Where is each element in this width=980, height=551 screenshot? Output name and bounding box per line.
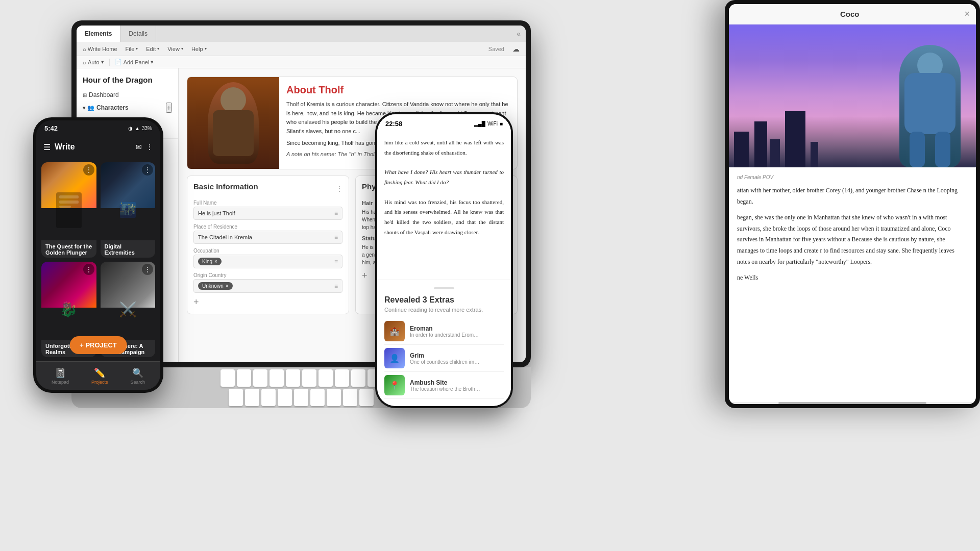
reading-content: him like a cold sweat, until all he was … (377, 133, 511, 280)
add-project-button[interactable]: + PROJECT (69, 336, 127, 354)
ebook-text-2: began, she was the only one in Manhattan… (737, 212, 968, 267)
mail-icon[interactable]: ✉ (136, 143, 142, 151)
project-menu-btn-2[interactable]: ⋮ (142, 164, 153, 176)
key-i (335, 369, 349, 387)
basic-info-menu-icon[interactable]: ⋮ (336, 185, 342, 192)
project-menu-btn-4[interactable]: ⋮ (142, 264, 153, 275)
notepad-icon: 📓 (55, 367, 66, 379)
hamburger-menu-icon[interactable]: ☰ (43, 142, 51, 152)
residence-label: Place of Residence (193, 224, 342, 230)
residence-field[interactable]: The Citadel in Kremia ≡ (193, 231, 342, 244)
project-menu-btn-3[interactable]: ⋮ (83, 264, 94, 275)
grim-name: Grim (410, 352, 504, 359)
project-card-digital-extremities[interactable]: 🌃 ⋮ Digital Extremities (101, 162, 156, 258)
eroman-name: Eroman (410, 325, 504, 332)
toolbar-edit[interactable]: Edit ▾ (146, 46, 159, 52)
grim-info: Grim One of countless children impacted … (410, 352, 504, 365)
toolbar-home[interactable]: ⌂ Write Home (83, 46, 117, 52)
tablet-right-device: Coco × nd Female POV attan with her (725, 0, 980, 408)
eroman-icon: 🏰 (384, 321, 405, 341)
grim-icon: 👤 (384, 348, 405, 368)
toolbar-add-panel[interactable]: 📄 Add Panel ▾ (115, 59, 154, 65)
phone-left-device: 5:42 ◑ ▲ 33% ☰ Write ✉ ⋮ (33, 117, 163, 393)
ambush-thumbnail: 📍 (384, 375, 405, 395)
add-character-button[interactable]: + (166, 103, 172, 113)
ebook-close-button[interactable]: × (964, 9, 970, 19)
eroman-info: Eroman In order to understand Eroman, on… (410, 325, 504, 338)
phone-right-screen: 22:58 ▂▄█ WiFi ■ him like a cold sweat, … (377, 114, 511, 406)
tab-notepad[interactable]: 📓 Notepad (52, 367, 69, 385)
key-y (302, 369, 316, 387)
extra-item-eroman[interactable]: 🏰 Eroman In order to understand Eroman, … (384, 318, 504, 345)
tab-details[interactable]: Details (120, 26, 156, 42)
full-name-field[interactable]: He is just Tholf ≡ (193, 207, 342, 220)
tab-search[interactable]: 🔍 Search (130, 367, 145, 385)
phone-header-icons: ✉ ⋮ (136, 143, 153, 151)
phone-left-screen: 5:42 ◑ ▲ 33% ☰ Write ✉ ⋮ (36, 120, 160, 390)
toolbar-auto[interactable]: ⌕ Auto ▾ (83, 59, 104, 65)
add-physical-button[interactable]: + (362, 270, 368, 281)
sidebar-characters-header[interactable]: ▾ 👥 Characters + (77, 101, 178, 115)
grid-icon: ⊞ (83, 92, 87, 98)
origin-remove-btn[interactable]: × (226, 283, 229, 289)
phone-wifi-icon: ▲ (135, 126, 140, 131)
phone-battery-icon: 33% (142, 126, 152, 131)
eq-icon-3: ≡ (334, 258, 338, 265)
phone-left-time: 5:42 (44, 124, 58, 132)
toolbar-help[interactable]: Help ▾ (191, 46, 207, 52)
tab-elements[interactable]: Elements (77, 26, 120, 42)
phone-left-header: ☰ Write ✉ ⋮ (36, 136, 160, 158)
project-card-golden-plunger[interactable]: ⋮ The Quest for the Golden Plunger (41, 162, 96, 258)
reading-paragraph-1: him like a cold sweat, until all he was … (384, 138, 504, 158)
reading-paragraph-2: What have I done? His heart was thunder … (384, 167, 504, 188)
tablet-toolbar: ⌂ Write Home File ▾ Edit ▾ View ▾ Help ▾… (77, 42, 526, 56)
view-arrow-icon: ▾ (181, 46, 183, 51)
eq-icon-4: ≡ (334, 283, 338, 290)
phone-left-status-bar: 5:42 ◑ ▲ 33% (36, 120, 160, 136)
more-options-icon[interactable]: ⋮ (146, 143, 153, 151)
key-o (351, 369, 365, 387)
extra-item-ambush[interactable]: 📍 Ambush Site The location where the Bro… (384, 372, 504, 399)
search-icon: 🔍 (132, 367, 143, 379)
ebook-title: Coco (735, 10, 964, 18)
basic-info-title: Basic Information (193, 182, 258, 191)
toolbar-view[interactable]: View ▾ (167, 46, 183, 52)
add-field-button[interactable]: + (193, 297, 199, 308)
phone-right-device: 22:58 ▂▄█ WiFi ■ him like a cold sweat, … (375, 112, 513, 408)
phone-left-status-icons: ◑ ▲ 33% (128, 126, 152, 131)
ebook-caption: nd Female POV (737, 174, 968, 180)
phone-right-status-icons: ▂▄█ WiFi ■ (474, 121, 503, 127)
tab-search-label: Search (130, 380, 145, 385)
help-arrow-icon: ▾ (205, 46, 207, 51)
project-menu-btn-1[interactable]: ⋮ (83, 164, 94, 176)
ebook-scrollbar (729, 402, 976, 404)
tab-projects[interactable]: ✏️ Projects (91, 367, 108, 385)
saved-status: Saved (488, 46, 504, 52)
key-j (327, 389, 341, 406)
phone-right-time: 22:58 (385, 120, 402, 128)
collapse-sidebar-btn[interactable]: « (511, 26, 526, 42)
ambush-info: Ambush Site The location where the Broth… (410, 379, 504, 392)
sidebar-dashboard[interactable]: ⊞ Dashboard (77, 89, 178, 101)
characters-arrow-icon: ▾ (83, 105, 85, 111)
tab-projects-label: Projects (91, 380, 108, 385)
extra-item-grim[interactable]: 👤 Grim One of countless children impacte… (384, 345, 504, 372)
divider (109, 59, 110, 66)
add-panel-arrow-icon: ▾ (151, 59, 154, 65)
toolbar-file[interactable]: File ▾ (126, 46, 138, 52)
characters-icon: 👥 (87, 105, 94, 111)
popup-subtitle: Continue reading to reveal more extras. (384, 307, 504, 313)
origin-field[interactable]: Unknown × ≡ (193, 279, 342, 293)
eq-icon-2: ≡ (334, 234, 338, 241)
key-u (318, 369, 333, 387)
ambush-icon: 📍 (384, 375, 405, 395)
key-g (294, 389, 308, 406)
auto-arrow-icon: ▾ (101, 59, 104, 65)
project-label-2: Digital Extremities (101, 240, 156, 258)
occupation-field[interactable]: King × ≡ (193, 255, 342, 268)
basic-information-card: Basic Information ⋮ Full Name He is just… (187, 176, 349, 314)
ebook-scrollbar-thumb (778, 402, 926, 404)
reading-paragraph-3: His mind was too frenzied, his focus too… (384, 197, 504, 238)
occupation-remove-btn[interactable]: × (214, 259, 217, 264)
popup-handle[interactable] (434, 287, 454, 289)
